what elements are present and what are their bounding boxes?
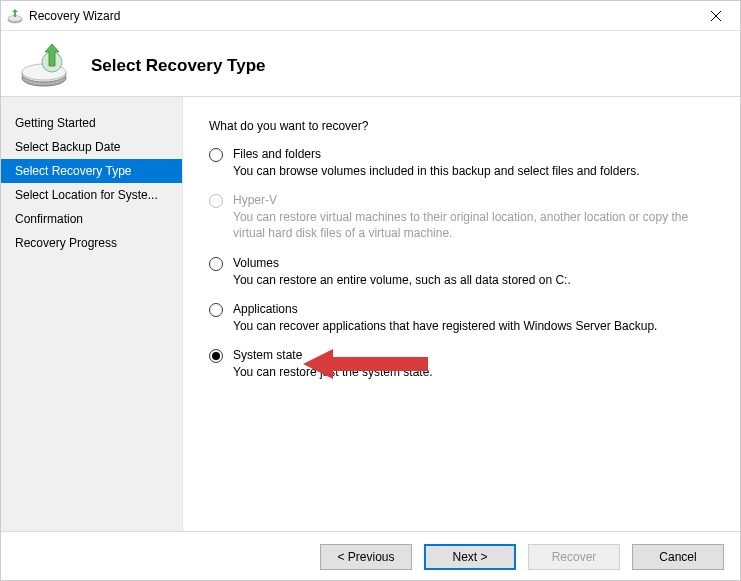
step-select-recovery-type[interactable]: Select Recovery Type (1, 159, 182, 183)
option-desc: You can restore just the system state. (233, 364, 433, 380)
option-desc: You can restore an entire volume, such a… (233, 272, 571, 288)
wizard-footer: < Previous Next > Recover Cancel (1, 531, 741, 581)
wizard-body: Getting Started Select Backup Date Selec… (1, 97, 741, 531)
option-volumes[interactable]: Volumes You can restore an entire volume… (209, 256, 716, 288)
step-confirmation[interactable]: Confirmation (1, 207, 182, 231)
window-title: Recovery Wizard (29, 9, 696, 23)
option-label: Files and folders (233, 147, 639, 161)
page-title: Select Recovery Type (91, 56, 266, 76)
wizard-content: What do you want to recover? Files and f… (183, 97, 741, 531)
titlebar: Recovery Wizard (1, 1, 741, 31)
next-button[interactable]: Next > (424, 544, 516, 570)
cancel-button[interactable]: Cancel (632, 544, 724, 570)
option-label: System state (233, 348, 433, 362)
recover-button: Recover (528, 544, 620, 570)
option-label: Applications (233, 302, 657, 316)
option-desc: You can restore virtual machines to thei… (233, 209, 716, 241)
wizard-steps-sidebar: Getting Started Select Backup Date Selec… (1, 97, 183, 531)
option-system-state[interactable]: System state You can restore just the sy… (209, 348, 716, 380)
radio-hyperv (209, 194, 223, 208)
radio-volumes[interactable] (209, 257, 223, 271)
radio-files-folders[interactable] (209, 148, 223, 162)
radio-applications[interactable] (209, 303, 223, 317)
option-applications[interactable]: Applications You can recover application… (209, 302, 716, 334)
option-files-folders[interactable]: Files and folders You can browse volumes… (209, 147, 716, 179)
wizard-icon (17, 42, 71, 90)
step-recovery-progress[interactable]: Recovery Progress (1, 231, 182, 255)
app-icon (7, 8, 23, 24)
step-select-backup-date[interactable]: Select Backup Date (1, 135, 182, 159)
previous-button[interactable]: < Previous (320, 544, 412, 570)
prompt-text: What do you want to recover? (209, 119, 716, 133)
close-button[interactable] (696, 2, 736, 30)
step-getting-started[interactable]: Getting Started (1, 111, 182, 135)
option-desc: You can recover applications that have r… (233, 318, 657, 334)
radio-system-state[interactable] (209, 349, 223, 363)
option-desc: You can browse volumes included in this … (233, 163, 639, 179)
option-label: Hyper-V (233, 193, 716, 207)
wizard-header: Select Recovery Type (1, 31, 741, 97)
step-select-location[interactable]: Select Location for Syste... (1, 183, 182, 207)
option-hyperv: Hyper-V You can restore virtual machines… (209, 193, 716, 241)
option-label: Volumes (233, 256, 571, 270)
